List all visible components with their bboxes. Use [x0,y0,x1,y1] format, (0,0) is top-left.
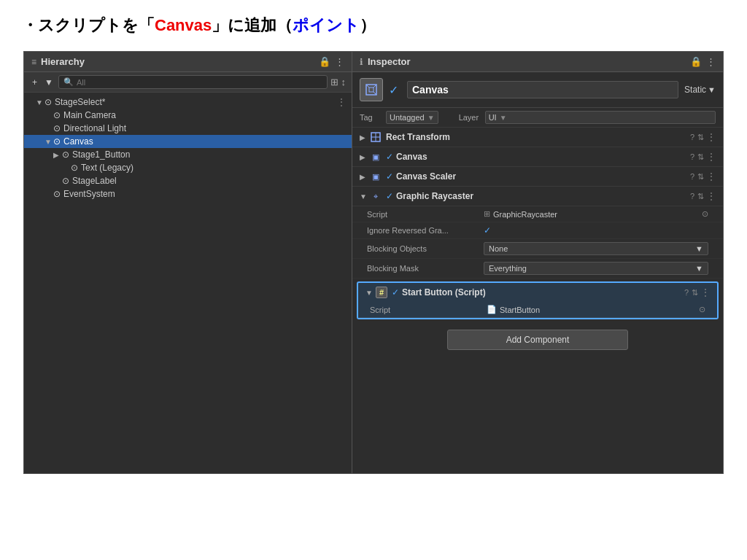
add-button[interactable]: + [30,77,39,88]
prop-script-value: ⊞ GraphicRaycaster [484,209,702,219]
add-component-button[interactable]: Add Component [447,330,629,350]
start-button-name: Start Button (Script) [402,287,684,298]
blocking-objects-dropdown[interactable]: None ▼ [484,242,708,255]
canvas-scaler-name: Canvas Scaler [396,171,690,182]
start-button-settings[interactable]: ⇅ [692,288,698,298]
graphic-raycaster-check[interactable]: ✓ [386,191,393,201]
stagelabel-label: StageLabel [72,176,117,186]
inspector-lock-icon[interactable]: 🔒 [690,56,702,67]
start-button-hash-icon: # [376,287,387,298]
graphic-raycaster-help[interactable]: ? [690,192,694,201]
static-label: Static [684,85,706,95]
prop-ignore-check[interactable]: ✓ [484,225,491,236]
start-button-check[interactable]: ✓ [392,287,399,298]
tree-item-stage1button[interactable]: ▶ ⊙ Stage1_Button [24,148,352,161]
page-title: ・スクリプトを「Canvas」に追加（ポイント） [22,15,725,36]
static-dropdown-arrow[interactable]: ▼ [708,85,716,94]
svg-rect-4 [369,88,374,92]
rect-transform-dots[interactable]: ⋮ [707,132,716,142]
inspector-object-header: ✓ Static ▼ [352,72,723,108]
graphic-raycaster-name: Graphic Raycaster [396,191,690,201]
unity-editor-panel: ≡ Hierarchy 🔒 ⋮ + ▼ 🔍 ⊞ ↕ [23,51,724,474]
inspector-info-icon: ℹ [360,57,363,67]
canvas-scaler-icon: ▣ [370,171,382,182]
canvas-comp-icon: ▣ [370,151,382,163]
inspector-dots-icon[interactable]: ⋮ [706,56,716,67]
static-area: Static ▼ [684,85,716,95]
rect-transform-arrow: ▶ [360,133,370,141]
rect-transform-name: Rect Transform [386,132,690,142]
stage1button-arrow: ▶ [53,151,62,159]
prop-blocking-mask: Blocking Mask Everything ▼ [352,259,723,279]
stageselect-arrow: ▼ [36,98,44,106]
prop-blocking-objects-label: Blocking Objects [367,244,484,253]
toolbar-right-icons: ⊞ ↕ [330,77,347,88]
sort-icon[interactable]: ↕ [341,77,347,88]
dropdown-button[interactable]: ▼ [42,77,55,88]
page-wrapper: ・スクリプトを「Canvas」に追加（ポイント） ≡ Hierarchy 🔒 ⋮… [0,0,747,560]
blocking-mask-dropdown[interactable]: Everything ▼ [484,262,708,275]
component-start-button-wrapper: ▼ # ✓ Start Button (Script) ? ⇅ ⋮ Script… [357,281,719,319]
canvas-comp-help[interactable]: ? [690,152,694,161]
start-button-help[interactable]: ? [684,288,689,297]
hierarchy-header: ≡ Hierarchy 🔒 ⋮ [24,52,352,72]
tag-dropdown-arrow: ▼ [427,114,435,122]
component-start-button[interactable]: ▼ # ✓ Start Button (Script) ? ⇅ ⋮ [358,283,717,302]
hierarchy-dots-icon[interactable]: ⋮ [335,56,344,67]
canvas-scaler-help[interactable]: ? [690,172,694,181]
start-button-dots[interactable]: ⋮ [701,287,710,298]
canvas-label: Canvas [63,136,93,147]
hierarchy-lock-icon[interactable]: 🔒 [319,56,330,67]
directionallight-label: Directional Light [63,123,126,133]
prop-start-script-value: 📄 StartButton [487,305,699,314]
tag-layer-row: Tag Untagged ▼ Layer UI ▼ [352,108,723,128]
tree-item-eventsystem[interactable]: ⊙ EventSystem [24,187,352,201]
graphic-raycaster-settings[interactable]: ⇅ [697,192,704,201]
prop-ignore-label: Ignore Reversed Gra... [367,226,484,235]
rect-transform-settings[interactable]: ⇅ [697,133,704,142]
component-canvas[interactable]: ▶ ▣ ✓ Canvas ? ⇅ ⋮ [352,147,723,167]
graphic-raycaster-dots[interactable]: ⋮ [707,191,716,201]
canvas-scaler-dots[interactable]: ⋮ [707,171,716,182]
component-graphic-raycaster[interactable]: ▼ ⌖ ✓ Graphic Raycaster ? ⇅ ⋮ [352,187,723,206]
blocking-mask-arrow: ▼ [695,264,703,273]
rect-transform-help[interactable]: ? [690,133,694,141]
tree-item-textlegacy[interactable]: ⊙ Text (Legacy) [24,161,352,174]
component-canvas-scaler[interactable]: ▶ ▣ ✓ Canvas Scaler ? ⇅ ⋮ [352,167,723,187]
canvas-comp-settings[interactable]: ⇅ [697,152,704,162]
add-component-area: Add Component [352,322,723,357]
layer-dropdown[interactable]: UI ▼ [485,111,716,124]
tree-item-stagelabel[interactable]: ⊙ StageLabel [24,174,352,187]
search-icon: 🔍 [63,77,74,87]
tree-item-maincamera[interactable]: ⊙ Main Camera [24,109,352,122]
blocking-objects-value: None [489,244,508,253]
tag-dropdown[interactable]: Untagged ▼ [386,111,438,124]
inspector-title: Inspector [368,56,686,67]
script-target-icon[interactable]: ⊙ [702,209,708,219]
maincamera-icon: ⊙ [53,110,61,120]
object-enabled-check[interactable]: ✓ [389,83,398,97]
prop-start-script-text: StartButton [500,306,540,314]
canvas-comp-check[interactable]: ✓ [386,152,393,162]
component-rect-transform[interactable]: ▶ Rect Transform ? ⇅ ⋮ [352,128,723,147]
stagelabel-icon: ⊙ [62,176,69,186]
rect-transform-icon [370,131,382,143]
canvas-comp-dots[interactable]: ⋮ [707,152,716,162]
object-name-input[interactable] [407,81,678,98]
canvas-scaler-settings[interactable]: ⇅ [697,172,704,182]
tree-item-stageselect[interactable]: ▼ ⊙ StageSelect* ⋮ [24,96,352,109]
canvas-icon: ⊙ [53,136,61,147]
search-box[interactable]: 🔍 [58,75,328,89]
tree-item-canvas[interactable]: ▼ ⊙ Canvas [24,135,352,148]
tree-item-directionallight[interactable]: ⊙ Directional Light [24,122,352,135]
stageselect-dots[interactable]: ⋮ [337,97,346,107]
search-input[interactable] [77,78,322,87]
textlegacy-label: Text (Legacy) [81,163,133,173]
prop-script-label: Script [367,210,484,219]
filter-icon[interactable]: ⊞ [330,77,338,88]
canvas-scaler-arrow: ▶ [360,173,370,181]
start-script-target-icon[interactable]: ⊙ [699,305,705,314]
canvas-scaler-check[interactable]: ✓ [386,171,393,182]
prop-ignore-reversed: Ignore Reversed Gra... ✓ [352,222,723,239]
title-suffix: ） [360,16,376,34]
